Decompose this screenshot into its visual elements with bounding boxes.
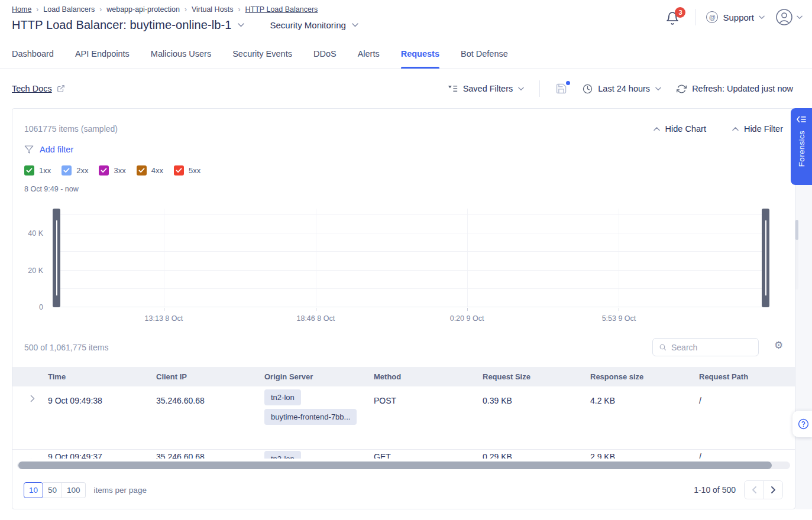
status-filter-label: 4xx [151, 166, 163, 175]
saved-filters-dropdown[interactable]: Saved Filters [448, 84, 525, 93]
brush-handle-left[interactable] [53, 209, 60, 307]
save-filter-button[interactable] [555, 83, 567, 95]
cell-client-ip: 35.246.60.68 [156, 450, 264, 459]
cell-response-size: 2.9 KB [590, 450, 699, 459]
chevron-right-icon [771, 486, 776, 493]
clipped-row-viewport: 9 Oct 09:49:3735.246.60.68tn2-lonGET0.29… [12, 450, 795, 459]
cell-origin-server: tn2-lon [264, 450, 374, 459]
status-filter-3xx[interactable]: 3xx [99, 165, 125, 176]
tab-requests[interactable]: Requests [401, 37, 439, 69]
items-count-label: 1061775 items (sampled) [24, 124, 118, 134]
checkbox-4xx[interactable] [137, 165, 147, 176]
origin-server-tag[interactable]: buytime-frontend-7bb... [264, 409, 357, 425]
column-header-request-size[interactable]: Request Size [483, 367, 590, 386]
title-chevron-down-icon[interactable] [238, 23, 244, 27]
notification-badge: 3 [675, 7, 685, 18]
cell-request-path: / [699, 450, 795, 459]
tab-bot-defense[interactable]: Bot Defense [461, 37, 508, 69]
origin-server-tag[interactable]: tn2-lon [264, 389, 301, 405]
origin-server-tag[interactable]: tn2-lon [264, 451, 301, 459]
x-axis-tick-label: 0:20 9 Oct [450, 314, 484, 323]
status-filter-2xx[interactable]: 2xx [62, 165, 88, 176]
breadcrumb-item[interactable]: HTTP Load Balancers [245, 5, 318, 14]
table-vertical-scrollbar[interactable] [795, 220, 798, 290]
status-filter-group: 1xx2xx3xx4xx5xx [24, 165, 200, 176]
chevron-down-icon [797, 15, 803, 20]
help-button[interactable] [792, 411, 812, 437]
y-axis-tick-label: 20 K [12, 266, 43, 275]
cell-response-size: 4.2 KB [590, 386, 699, 449]
table-settings-gear-icon[interactable]: ⚙ [774, 340, 783, 350]
tab-alerts[interactable]: Alerts [358, 37, 380, 69]
clock-icon [583, 84, 593, 94]
column-header-response-size[interactable]: Response size [590, 367, 699, 386]
support-menu[interactable]: @ Support [706, 11, 765, 23]
breadcrumb-item[interactable]: Load Balancers [43, 5, 95, 14]
status-filter-4xx[interactable]: 4xx [137, 165, 163, 176]
refresh-button[interactable]: Refresh: Updated just now [677, 84, 793, 94]
hide-chart-button[interactable]: Hide Chart [654, 124, 706, 134]
checkbox-5xx[interactable] [174, 165, 184, 176]
page-size-50[interactable]: 50 [43, 482, 62, 498]
chart-bars [62, 209, 760, 307]
add-filter-button[interactable]: Add filter [24, 145, 73, 154]
time-range-dropdown[interactable]: Last 24 hours [583, 84, 661, 94]
tab-api-endpoints[interactable]: API Endpoints [75, 37, 130, 69]
chevron-down-icon [655, 87, 661, 91]
column-header-method[interactable]: Method [374, 367, 483, 386]
brush-handle-right[interactable] [762, 209, 769, 307]
checkbox-2xx[interactable] [62, 165, 72, 176]
previous-page-button[interactable] [745, 481, 764, 499]
row-expand-button[interactable] [12, 386, 48, 449]
column-header-origin-server[interactable]: Origin Server [264, 367, 374, 386]
account-menu[interactable] [775, 8, 803, 26]
tab-dashboard[interactable]: Dashboard [12, 37, 54, 69]
horizontal-scrollbar-track[interactable] [17, 462, 790, 469]
cell-request-size: 0.29 KB [483, 450, 590, 459]
x-axis-tick-label: 5:53 9 Oct [602, 314, 636, 323]
checkbox-1xx[interactable] [24, 165, 34, 176]
page-size-10[interactable]: 10 [24, 482, 43, 498]
chart-range-label: 8 Oct 9:49 - now [24, 185, 79, 193]
column-header-time[interactable]: Time [48, 367, 156, 386]
cell-time: 9 Oct 09:49:38 [48, 386, 156, 449]
search-box [652, 338, 759, 356]
tab-ddos[interactable]: DDoS [313, 37, 337, 69]
x-axis-tick-mark [316, 308, 316, 311]
column-header-request-path[interactable]: Request Path [699, 367, 795, 386]
table-row[interactable]: 9 Oct 09:49:3835.246.60.68tn2-lonbuytime… [12, 386, 795, 450]
forensics-side-tab[interactable]: Forensics [791, 108, 812, 185]
checkbox-3xx[interactable] [99, 165, 109, 176]
hide-chart-label: Hide Chart [665, 124, 706, 134]
x-axis-tick-label: 13:13 8 Oct [145, 314, 183, 323]
breadcrumb-item[interactable]: Home [12, 5, 31, 14]
row-expand-button[interactable] [12, 450, 48, 459]
status-filter-1xx[interactable]: 1xx [24, 165, 51, 176]
external-link-icon [57, 84, 65, 93]
status-filter-5xx[interactable]: 5xx [174, 165, 200, 176]
divider [695, 9, 695, 25]
search-icon [659, 343, 667, 352]
notifications-button[interactable]: 3 [665, 8, 684, 26]
tab-malicious-users[interactable]: Malicious Users [151, 37, 211, 69]
requests-panel: 1061775 items (sampled) Hide Chart Hide … [12, 108, 795, 509]
page-size-100[interactable]: 100 [62, 482, 86, 498]
next-page-button[interactable] [764, 481, 782, 499]
horizontal-scrollbar-thumb[interactable] [18, 462, 772, 469]
column-header-client-ip[interactable]: Client IP [156, 367, 264, 386]
hide-filter-button[interactable]: Hide Filter [732, 124, 783, 134]
forensics-label: Forensics [797, 131, 806, 167]
table-row[interactable]: 9 Oct 09:49:3735.246.60.68tn2-lonGET0.29… [12, 450, 795, 459]
search-input[interactable] [671, 343, 752, 352]
tech-docs-link[interactable]: Tech Docs [12, 84, 65, 93]
table-header: TimeClient IPOrigin ServerMethodRequest … [12, 367, 795, 386]
breadcrumb-item[interactable]: webapp-api-protection [106, 5, 180, 14]
panel-collapse-icon [797, 115, 806, 124]
breadcrumb-item[interactable]: Virtual Hosts [192, 5, 234, 14]
x-axis-tick-mark [467, 308, 468, 311]
unsaved-changes-dot [566, 81, 570, 85]
view-selector-dropdown[interactable]: Security Monitoring [270, 20, 358, 30]
filter-lines-icon [448, 84, 458, 93]
cell-client-ip: 35.246.60.68 [156, 386, 264, 449]
tab-security-events[interactable]: Security Events [232, 37, 292, 69]
